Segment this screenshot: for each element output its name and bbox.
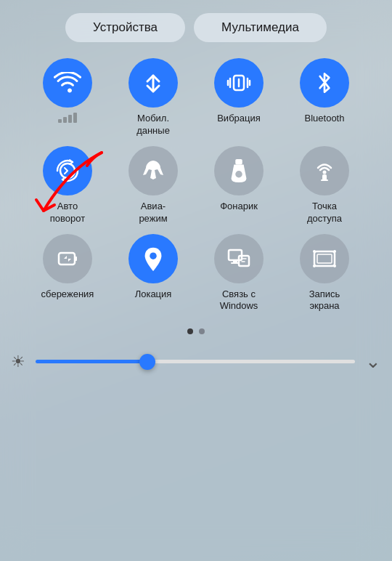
svg-point-9 — [323, 170, 327, 174]
tile-autorotate[interactable]: Авто поворот — [28, 146, 107, 225]
tile-bluetooth[interactable]: Bluetooth — [285, 58, 364, 137]
svg-point-22 — [333, 250, 336, 253]
signal-bars — [58, 113, 77, 123]
quick-settings-grid: Мобил. данные Вибрация — [28, 58, 364, 312]
dot-1 — [187, 328, 193, 334]
svg-rect-11 — [321, 179, 328, 181]
svg-point-14 — [150, 252, 157, 259]
mobile-data-icon — [128, 58, 178, 108]
svg-rect-20 — [317, 254, 332, 263]
vibration-icon — [214, 58, 264, 108]
wifi-icon — [43, 58, 92, 108]
svg-point-8 — [235, 171, 242, 177]
svg-rect-7 — [235, 159, 242, 165]
airplane-icon — [128, 146, 178, 195]
tile-battery-saver[interactable]: сбережения — [28, 234, 107, 313]
bluetooth-icon — [300, 58, 349, 108]
battery-saver-icon — [43, 234, 92, 283]
brightness-thumb[interactable] — [139, 354, 155, 370]
dot-2 — [199, 328, 205, 334]
tile-flashlight[interactable]: Фонарик — [199, 146, 279, 225]
autorotate-icon — [43, 146, 92, 195]
tab-bar: Устройства Мультимедиа — [65, 13, 327, 42]
svg-rect-13 — [75, 257, 77, 261]
brightness-track[interactable] — [36, 360, 355, 363]
svg-point-24 — [333, 265, 336, 267]
tile-location[interactable]: Локация — [113, 234, 193, 313]
svg-point-23 — [313, 265, 316, 267]
brightness-slider-row: ☀ ⌄ — [11, 350, 381, 373]
tile-mobile-data[interactable]: Мобил. данные — [113, 58, 193, 137]
hotspot-icon — [300, 146, 349, 195]
brightness-icon: ☀ — [11, 352, 25, 371]
tile-wifi[interactable] — [28, 58, 107, 137]
tile-airplane[interactable]: Авиа- режим — [113, 146, 193, 225]
windows-link-icon — [214, 234, 264, 283]
tile-hotspot[interactable]: Точка доступа — [285, 146, 364, 225]
tile-screen-record[interactable]: Запись экрана — [285, 234, 364, 313]
collapse-button[interactable]: ⌄ — [365, 350, 381, 373]
svg-point-21 — [313, 250, 316, 253]
tab-devices[interactable]: Устройства — [65, 13, 185, 42]
screen-record-icon — [300, 234, 349, 283]
tab-media[interactable]: Мультимедиа — [194, 13, 327, 42]
svg-rect-16 — [233, 260, 237, 262]
page-indicators — [187, 328, 205, 334]
tile-vibration[interactable]: Вибрация — [199, 58, 279, 137]
flashlight-icon — [214, 146, 264, 195]
tile-windows-link[interactable]: Связь с Windows — [199, 234, 279, 313]
location-icon — [128, 234, 178, 283]
